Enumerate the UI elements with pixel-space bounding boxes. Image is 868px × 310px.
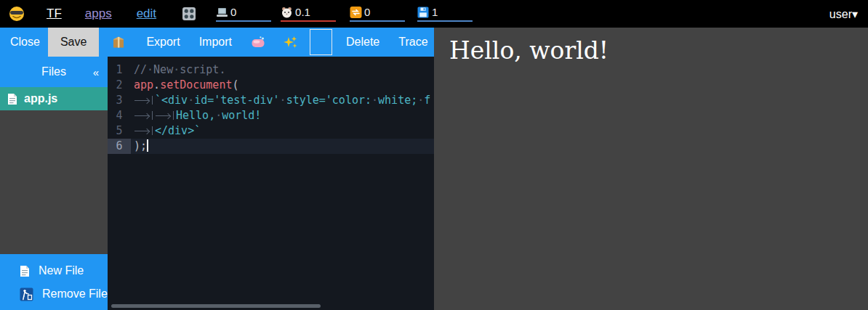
code-text: //·New·script. [131,62,434,78]
new-file-button[interactable]: New File [0,259,108,282]
nav-link-tf[interactable]: TF [47,7,62,21]
page-icon [7,93,17,105]
code-line-2[interactable]: 2app.setDocument( [108,78,434,93]
sunglasses-face-icon[interactable] [9,6,25,22]
line-number: 1 [108,62,131,78]
control-knobs-icon[interactable] [181,6,197,22]
tab-whitespace-icon [155,111,174,120]
delete-button[interactable]: Delete [346,36,379,49]
tab-whitespace-icon [134,126,153,135]
line-number: 3 [108,93,131,108]
code-text: Hello,·world! [131,108,434,123]
metric-value: 0.1 [295,6,310,18]
remove-file-button[interactable]: Remove File [0,282,108,306]
sparkles-icon[interactable] [284,35,298,49]
litter-icon [20,287,33,301]
floppy-icon [417,7,430,18]
code-editor[interactable]: 1//·New·script.2app.setDocument(3`<div·i… [108,57,434,310]
file-item-app.js[interactable]: app.js [0,87,108,110]
package-icon[interactable] [111,35,126,49]
save-button[interactable]: Save [48,28,99,57]
action-label: New File [39,264,84,277]
resource-meters: 00.101 [197,6,473,22]
sidebar-collapse-button[interactable]: « [93,66,99,78]
metric-laptop: 0 [216,6,271,22]
empty-toolbar-button[interactable] [310,29,332,55]
trace-button[interactable]: Trace [398,36,427,49]
code-line-5[interactable]: 5</div>` [108,123,434,139]
metric-hamster: 0.1 [281,6,336,22]
user-menu[interactable]: user▾ [829,7,858,21]
editor-toolbar: Close Save Export Import [0,28,434,57]
line-number: 5 [108,123,131,139]
files-sidebar: Files « app.js New FileRemove File [0,57,108,310]
import-button[interactable]: Import [199,36,232,49]
soap-icon[interactable] [251,35,265,49]
app-window: TF apps edit 00.101 user▾ Close Save Exp… [0,0,868,310]
export-button[interactable]: Export [146,36,180,49]
laptop-icon [216,7,228,18]
text-cursor [147,139,148,152]
files-header-label: Files [41,65,66,78]
code-line-3[interactable]: 3`<div·id='test-div'·style='color:·white… [108,93,434,108]
horizontal-scrollbar[interactable] [111,304,321,308]
code-text: ); [131,139,434,154]
nav-link-apps[interactable]: apps [85,7,112,21]
sidebar-actions: New FileRemove File [0,254,108,310]
metric-repeat: 0 [350,6,405,22]
page-icon [20,265,30,277]
action-label: Remove File [42,287,108,301]
top-nav-bar: TF apps edit 00.101 user▾ [0,0,868,28]
code-text: `<div·id='test-div'·style='color:·white;… [131,93,434,108]
preview-text: Hello, world! [434,28,868,65]
line-number: 4 [108,108,131,123]
close-button[interactable]: Close [10,36,40,49]
line-number: 2 [108,78,131,93]
preview-pane: Hello, world! [434,28,868,310]
metric-value: 1 [432,6,438,18]
tab-whitespace-icon [134,111,153,120]
files-header: Files « [0,57,108,87]
code-line-6[interactable]: 6); [108,139,434,154]
metric-value: 0 [230,6,236,18]
metric-floppy: 1 [417,6,473,22]
code-lines: 1//·New·script.2app.setDocument(3`<div·i… [108,62,434,154]
code-line-1[interactable]: 1//·New·script. [108,62,434,78]
file-name: app.js [24,92,57,105]
nav-link-edit[interactable]: edit [137,7,156,21]
repeat-icon [350,7,362,18]
hamster-icon [281,7,293,18]
code-text: app.setDocument( [131,78,434,93]
file-list: app.js [0,87,108,110]
code-line-4[interactable]: 4Hello,·world! [108,108,434,123]
line-number: 6 [108,139,131,154]
tab-whitespace-icon [134,96,153,105]
metric-value: 0 [364,6,370,18]
code-text: </div>` [131,123,434,139]
